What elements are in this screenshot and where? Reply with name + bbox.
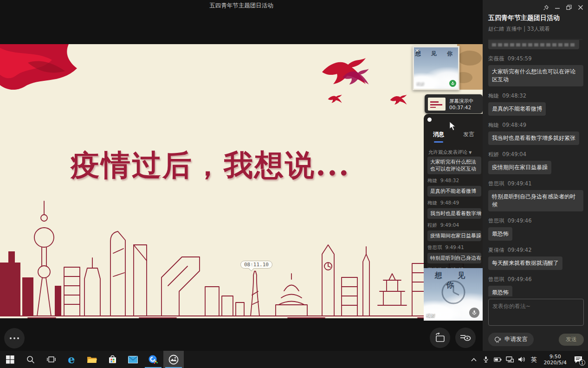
chat-message: 特别是听到自己身边有感染者的时候 (427, 253, 481, 263)
store-button[interactable] (102, 351, 123, 368)
share-timer: 00:37:42 (449, 105, 471, 110)
share-status: 屏幕演示中 (449, 98, 474, 104)
ellipsis-icon (10, 337, 19, 339)
tray-battery-icon[interactable] (493, 351, 503, 368)
comments-eye-icon (460, 334, 471, 342)
slide-title-text: 疫情过后，我想说... (71, 145, 350, 185)
folder-icon (87, 355, 97, 364)
active-app-button[interactable] (163, 351, 184, 368)
tab-messages[interactable]: 消息 (433, 131, 444, 138)
tray-clock[interactable]: 9:50 2020/5/4 (541, 354, 569, 366)
live-status: 赵仁婧 直播中 | 33人观看 (488, 26, 582, 33)
chat-meta: 曾思琪 9:49:41 (427, 244, 483, 251)
pin-icon[interactable] (542, 4, 549, 11)
screen: 五四青年节主题团日活动 (0, 0, 588, 368)
tray-volume-icon[interactable] (517, 351, 527, 368)
tray-chevron-icon[interactable] (469, 351, 479, 368)
participant-name: 程娇 (426, 312, 435, 319)
overlay-tabs: 消息 发言 (424, 131, 483, 138)
chat-meta: 梅婕 09:48:49 (488, 122, 583, 129)
file-explorer-button[interactable] (82, 351, 102, 368)
bird-graphics (322, 58, 407, 105)
clock-graphic (441, 280, 466, 305)
participant-name: 程娇 (416, 81, 425, 87)
chat-meta: 梅婕 09:48:32 (488, 92, 583, 99)
more-options-button[interactable] (4, 328, 25, 348)
poster-title: 想 见 你 (414, 47, 458, 58)
photo-app-icon (168, 355, 179, 365)
chat-meta: 曾思琪 09:49:46 (488, 217, 583, 224)
comment-permission-dropdown[interactable]: 允许观众发表评论 ▼ (428, 149, 472, 156)
slide-time-label: 08:11.10 (240, 261, 272, 269)
rotate-view-button[interactable] (430, 328, 450, 348)
tray-date: 2020/5/4 (544, 360, 567, 366)
video-tile-bottom[interactable]: 想 见 你 程娇 (424, 268, 483, 321)
screen-share-widget[interactable]: 屏幕演示中 00:37:42 (425, 94, 483, 113)
tencent-meeting-button[interactable] (143, 351, 163, 368)
mail-button[interactable] (123, 351, 143, 368)
edge-button[interactable]: e (61, 351, 82, 368)
chat-sidebar: 五四青年节主题团日活动 赵仁婧 直播中 | 33人观看 栾薇薇 09:45:59… (483, 0, 588, 351)
windows-taskbar: e (0, 351, 588, 368)
request-speak-button[interactable]: 申请发言 (488, 333, 534, 346)
composer: 申请发言 发送 (488, 299, 584, 346)
toggle-comments-button[interactable] (455, 328, 476, 348)
close-icon[interactable]: ✕ (415, 48, 419, 54)
video-tile-top[interactable]: 想 见 你 ✕ 程娇 (413, 46, 459, 90)
task-view-button[interactable] (41, 351, 61, 368)
skyline-graphic (0, 201, 483, 318)
store-icon (108, 355, 117, 364)
chat-meta: 梅婕 9:48:49 (427, 200, 483, 206)
chat-message: 疫情期间在家日益暴躁 (427, 230, 481, 241)
presentation-slide: 疫情过后，我想说... 08:11.10 (0, 44, 483, 318)
start-button[interactable] (0, 351, 20, 368)
comment-input[interactable] (488, 299, 584, 326)
send-button[interactable]: 发送 (559, 334, 584, 346)
restore-icon[interactable] (565, 4, 573, 11)
chat-meta: 曾思琪 09:49:41 (488, 180, 583, 187)
rotate-screen-icon (434, 333, 446, 343)
speak-icon (494, 336, 502, 343)
recording-indicator-dot (427, 118, 432, 122)
chat-meta: 程娇 9:49:04 (427, 222, 483, 229)
close-icon[interactable] (577, 4, 584, 11)
meeting-title: 五四青年节主题团日活动 (0, 0, 483, 10)
mail-icon (128, 356, 138, 363)
tray-time: 9:50 (549, 354, 561, 360)
chat-meta: 曾思琪 09:49:46 (488, 276, 583, 283)
tray-network-icon[interactable] (505, 351, 515, 368)
chat-message: 疫情期间在家日益暴躁 (488, 161, 551, 174)
window-controls (542, 4, 584, 11)
meeting-main-window: 五四青年节主题团日活动 (0, 0, 483, 351)
edge-icon: e (68, 354, 75, 365)
chevron-down-icon: ▼ (469, 151, 472, 155)
tab-speak[interactable]: 发言 (463, 131, 474, 138)
chat-meta: 梅婕 9:48:32 (427, 177, 483, 184)
live-title: 五四青年节主题团日活动 (488, 14, 582, 22)
mic-active-icon (449, 80, 456, 87)
chat-meta: 夏倩倩 09:49:42 (488, 247, 583, 254)
chat-message: 每天醒来就看数据就清醒了 (488, 256, 562, 270)
overlay-chat-panel: 消息 发言 允许观众发表评论 ▼ 大家听完有什么想法也可以在评论区互动 梅婕 9… (424, 114, 483, 321)
chat-message: 大家听完有什么想法也可以在评论区互动 (488, 65, 583, 86)
chat-message-list[interactable]: 栾薇薇 09:45:59 大家听完有什么想法也可以在评论区互动 梅婕 09:48… (488, 38, 583, 296)
search-button[interactable] (20, 351, 41, 368)
chat-message: 最恐怖 (488, 227, 512, 241)
tray-mic-icon[interactable] (481, 351, 491, 368)
notification-badge: 1 (579, 360, 585, 366)
chat-message: 我当时也是看着数字增多就好紧张 (427, 208, 481, 219)
overlay-message-list: 大家听完有什么想法也可以在评论区互动 梅婕 9:48:32 是真的不能老看微博 … (427, 157, 483, 286)
windows-logo-icon (6, 355, 14, 364)
chat-meta: 栾薇薇 09:45:59 (488, 55, 583, 62)
tray-ime-indicator[interactable]: 英 (529, 351, 539, 368)
chat-message: 特别是听到自己身边有感染者的时候 (488, 190, 583, 211)
tencent-meeting-icon (148, 355, 158, 365)
action-center-button[interactable]: 1 (571, 351, 585, 368)
share-thumbnail (428, 98, 446, 111)
flag-graphic (0, 44, 77, 90)
mouse-cursor (449, 121, 456, 131)
minimize-icon[interactable] (554, 4, 561, 11)
task-view-icon (47, 355, 56, 363)
main-titlebar[interactable]: 五四青年节主题团日活动 (0, 0, 483, 11)
chat-message: 是真的不能老看微博 (488, 102, 546, 116)
